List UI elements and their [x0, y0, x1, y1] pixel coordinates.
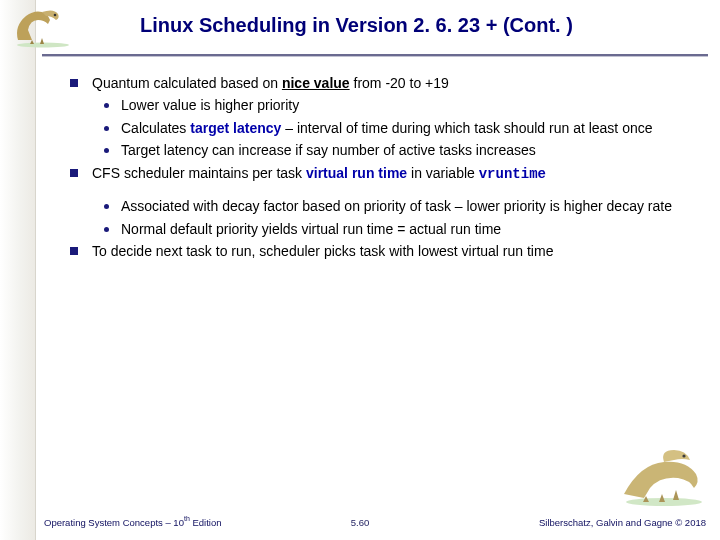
text-fragment: Quantum calculated based on — [92, 75, 282, 91]
text-fragment: – interval of time during which task sho… — [281, 120, 652, 136]
slide-title: Linux Scheduling in Version 2. 6. 23 + (… — [140, 14, 573, 37]
bullet-item: To decide next task to run, scheduler pi… — [70, 242, 690, 260]
spacer — [70, 187, 690, 197]
bullet-text: To decide next task to run, scheduler pi… — [92, 242, 690, 260]
bullet-item: Quantum calculated based on nice value f… — [70, 74, 690, 92]
dot-bullet-icon — [104, 204, 109, 209]
dot-bullet-icon — [104, 126, 109, 131]
bullet-text: Associated with decay factor based on pr… — [121, 197, 690, 215]
left-sidebar — [0, 0, 36, 540]
term-virtual-run-time: virtual run time — [306, 165, 407, 181]
text-fragment: from -20 to +19 — [350, 75, 449, 91]
bullet-text: Lower value is higher priority — [121, 96, 690, 114]
content-body: Quantum calculated based on nice value f… — [70, 74, 690, 265]
square-bullet-icon — [70, 79, 78, 87]
term-nice-value: nice value — [282, 75, 350, 91]
dinosaur-logo-icon — [8, 6, 78, 48]
svg-point-3 — [682, 454, 685, 457]
bullet-text: CFS scheduler maintains per task virtual… — [92, 164, 690, 183]
text-fragment: CFS scheduler maintains per task — [92, 165, 306, 181]
bullet-text: Target latency can increase if say numbe… — [121, 141, 690, 159]
sub-bullet-item: Calculates target latency – interval of … — [104, 119, 690, 137]
square-bullet-icon — [70, 247, 78, 255]
bullet-item: CFS scheduler maintains per task virtual… — [70, 164, 690, 183]
sub-bullet-item: Normal default priority yields virtual r… — [104, 220, 690, 238]
bullet-text: Calculates target latency – interval of … — [121, 119, 690, 137]
sub-bullet-item: Lower value is higher priority — [104, 96, 690, 114]
code-vruntime: vruntime — [479, 166, 546, 182]
svg-point-1 — [54, 14, 57, 17]
sub-bullet-item: Target latency can increase if say numbe… — [104, 141, 690, 159]
slide: Linux Scheduling in Version 2. 6. 23 + (… — [0, 0, 720, 540]
text-fragment: Calculates — [121, 120, 190, 136]
dot-bullet-icon — [104, 148, 109, 153]
square-bullet-icon — [70, 169, 78, 177]
bullet-text: Normal default priority yields virtual r… — [121, 220, 690, 238]
footer: Operating System Concepts – 10th Edition… — [0, 510, 720, 528]
bullet-text: Quantum calculated based on nice value f… — [92, 74, 690, 92]
dot-bullet-icon — [104, 103, 109, 108]
term-target-latency: target latency — [190, 120, 281, 136]
title-underline — [42, 54, 708, 57]
dot-bullet-icon — [104, 227, 109, 232]
text-fragment: in variable — [407, 165, 479, 181]
sub-bullet-item: Associated with decay factor based on pr… — [104, 197, 690, 215]
dinosaur-corner-icon — [616, 444, 712, 508]
footer-copyright: Silberschatz, Galvin and Gagne © 2018 — [539, 517, 706, 528]
header: Linux Scheduling in Version 2. 6. 23 + (… — [0, 0, 720, 56]
